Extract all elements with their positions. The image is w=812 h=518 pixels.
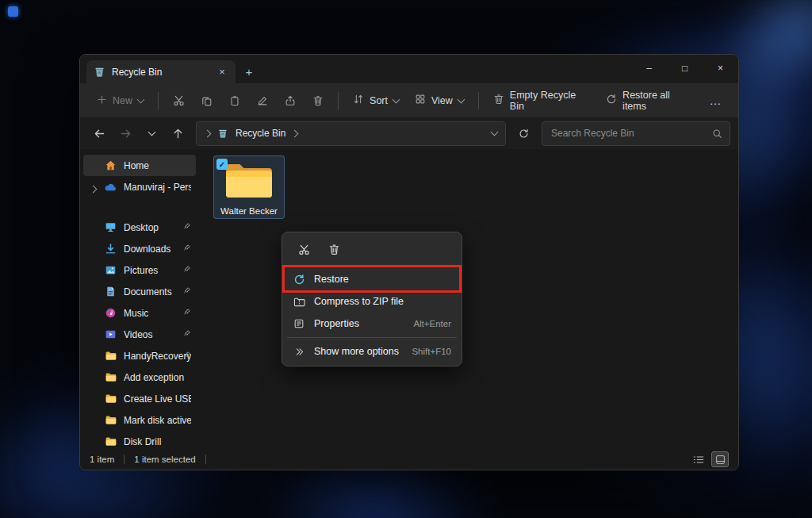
refresh-icon	[519, 129, 529, 139]
search-box[interactable]	[542, 121, 730, 146]
address-bar: Recycle Bin	[80, 117, 738, 149]
selection-checkbox[interactable]: ✓	[216, 159, 228, 170]
chevron-down-icon	[457, 95, 465, 103]
command-bar: New Sort	[80, 83, 738, 117]
menu-shortcut: Shift+F10	[412, 347, 451, 356]
sidebar-item-label: Add exception	[124, 372, 191, 383]
paste-button[interactable]	[221, 88, 247, 113]
restore-all-items-button[interactable]: Restore all items	[599, 88, 701, 113]
menu-item-compress-to-zip[interactable]: Compress to ZIP file	[285, 290, 458, 313]
sidebar-item-disk-drill[interactable]: Disk Drill	[83, 431, 196, 452]
forward-button[interactable]	[114, 122, 137, 145]
home-icon	[104, 159, 117, 171]
window-controls: – □ ×	[631, 55, 738, 82]
videos-icon	[104, 328, 117, 340]
minimize-button[interactable]: –	[631, 55, 667, 82]
search-input[interactable]	[550, 127, 707, 140]
sidebar-item-label: Mark disk active cmd	[124, 415, 191, 426]
sidebar-item-label: Disk Drill	[124, 436, 191, 447]
chevron-down-icon	[393, 95, 400, 103]
menu-item-label: Restore	[314, 274, 349, 285]
menu-item-properties[interactable]: Properties Alt+Enter	[285, 313, 458, 335]
copy-icon	[201, 95, 213, 106]
details-view-button[interactable]	[691, 452, 707, 466]
new-button[interactable]: New	[90, 88, 151, 113]
sidebar-item-label: Pictures	[124, 265, 191, 276]
sort-icon	[353, 94, 364, 107]
sidebar-item-music[interactable]: Music	[83, 302, 196, 324]
navigation-pane: Home Manuviraj - Personal Desktop	[80, 149, 199, 449]
sidebar-item-onedrive[interactable]: Manuviraj - Personal	[83, 176, 196, 198]
ellipsis-icon: …	[709, 94, 722, 107]
new-tab-button[interactable]: +	[239, 61, 259, 82]
sidebar-item-home[interactable]: Home	[83, 155, 196, 176]
desktop-icon[interactable]	[8, 6, 18, 17]
sidebar-item-pictures[interactable]: Pictures	[83, 259, 196, 281]
close-button[interactable]: ×	[703, 55, 738, 82]
refresh-button[interactable]	[512, 122, 535, 145]
share-button[interactable]	[277, 88, 303, 113]
file-list-area[interactable]: ✓ Walter Becker	[199, 149, 738, 449]
arrow-left-icon	[94, 128, 105, 140]
sidebar-item-add-exception[interactable]: Add exception	[83, 366, 196, 388]
cut-button[interactable]	[292, 239, 316, 259]
tab-recycle-bin[interactable]: Recycle Bin ×	[86, 60, 236, 83]
up-button[interactable]	[167, 122, 190, 145]
breadcrumb-location[interactable]: Recycle Bin	[236, 128, 285, 139]
copy-button[interactable]	[193, 88, 220, 113]
downloads-icon	[104, 243, 117, 255]
view-icon	[415, 94, 426, 107]
sidebar-item-label: Manuviraj - Personal	[124, 182, 191, 193]
see-more-button[interactable]: …	[703, 88, 729, 113]
properties-icon	[293, 318, 305, 329]
sidebar-item-create-live-usb[interactable]: Create Live USB	[83, 388, 196, 409]
folder-icon-large	[224, 160, 274, 203]
chevron-right-icon[interactable]	[90, 183, 96, 194]
chevron-right-icon[interactable]	[291, 129, 299, 137]
sidebar-item-handyrecovery[interactable]: HandyRecovery	[83, 345, 196, 366]
sidebar-spacer	[83, 198, 196, 217]
tab-title: Recycle Bin	[112, 67, 162, 78]
sidebar-item-desktop[interactable]: Desktop	[83, 217, 196, 238]
trash-icon	[493, 94, 504, 107]
cut-button[interactable]	[166, 88, 192, 113]
chevron-down-icon	[148, 129, 156, 136]
delete-button[interactable]	[322, 239, 346, 259]
sort-button-label: Sort	[370, 95, 388, 106]
sidebar-item-downloads[interactable]: Downloads	[83, 238, 196, 259]
file-item-walter-becker[interactable]: ✓ Walter Becker	[213, 155, 285, 219]
window-body: Home Manuviraj - Personal Desktop	[80, 149, 738, 449]
folder-icon	[104, 371, 117, 383]
delete-button[interactable]	[304, 88, 331, 113]
empty-recycle-bin-button[interactable]: Empty Recycle Bin	[486, 88, 597, 113]
menu-item-show-more-options[interactable]: Show more options Shift+F10	[285, 340, 458, 363]
large-icons-view-button[interactable]	[711, 451, 729, 467]
tab-close-icon[interactable]: ×	[215, 65, 229, 79]
menu-item-label: Properties	[314, 318, 359, 329]
restore-icon	[293, 274, 305, 286]
view-button[interactable]: View	[408, 88, 471, 113]
menu-item-restore[interactable]: Restore	[285, 268, 458, 290]
address-dropdown-icon[interactable]	[491, 129, 499, 136]
sort-button[interactable]: Sort	[346, 88, 406, 113]
cut-icon	[173, 94, 185, 106]
menu-divider	[287, 337, 457, 338]
rename-button[interactable]	[249, 88, 275, 113]
sidebar-item-mark-disk-active[interactable]: Mark disk active cmd	[83, 409, 196, 431]
maximize-button[interactable]: □	[667, 55, 703, 82]
back-button[interactable]	[88, 122, 111, 145]
folder-icon	[104, 414, 117, 426]
share-icon	[285, 95, 296, 106]
recent-locations-button[interactable]	[140, 122, 163, 145]
sidebar-item-videos[interactable]: Videos	[83, 324, 196, 345]
search-icon	[712, 129, 722, 139]
sidebar-item-label: Create Live USB	[124, 393, 191, 405]
breadcrumb[interactable]: Recycle Bin	[196, 121, 506, 146]
toolbar-separator	[158, 92, 159, 109]
onedrive-cloud-icon	[104, 182, 117, 191]
file-explorer-window: Recycle Bin × + – □ × New	[79, 54, 739, 470]
folder-icon	[104, 393, 117, 405]
restore-icon	[606, 94, 617, 107]
sidebar-item-documents[interactable]: Documents	[83, 281, 196, 302]
empty-recycle-bin-label: Empty Recycle Bin	[510, 90, 590, 112]
